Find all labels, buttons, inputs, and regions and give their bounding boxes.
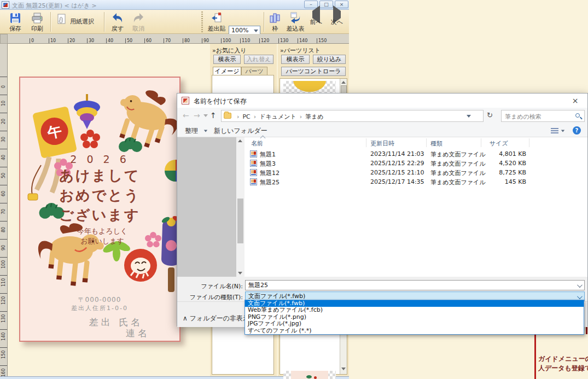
file-row[interactable]: 無題3 2025/12/15 22:29 筆まめ文面ファイル 4,520 KB (244, 159, 587, 168)
plum-blossom-red: * (80, 130, 100, 149)
ruler-number: 20 (68, 38, 87, 44)
bars-icon (269, 11, 282, 25)
filetype-option[interactable]: 文面ファイル(*.fwb) (245, 300, 584, 307)
chevron-down-icon (254, 30, 258, 32)
prev-button[interactable]: 前へ (307, 11, 325, 33)
main-toolbar: 保存 印刷 用紙選択 戻す (0, 10, 349, 34)
file-row[interactable]: 無題1 2023/11/14 21:03 筆まめ文面ファイル 4,801 KB (244, 149, 587, 159)
file-row[interactable]: 無題25 2025/12/17 14:35 筆まめ文面ファイル 145 KB (244, 177, 587, 186)
help-icon[interactable]: ? (573, 126, 581, 135)
organize-button[interactable]: 整理 (185, 126, 198, 136)
parts-horizontal-view-button[interactable]: 横表示 (281, 55, 310, 64)
card-year: 2 0 2 6 (20, 153, 179, 165)
up-icon[interactable]: ↑ (210, 111, 217, 120)
ruler-number: 80 (0, 221, 8, 239)
save-button[interactable]: 保存 (5, 11, 25, 33)
new-folder-button[interactable]: 新しいフォルダー (214, 126, 267, 136)
print-button[interactable]: 印刷 (27, 11, 47, 33)
paper-select-button[interactable]: 用紙選択 (55, 11, 102, 33)
favorites-swap-button[interactable]: 入れ替え (244, 55, 273, 64)
file-name: 無題12 (260, 169, 280, 177)
file-date: 2025/12/15 22:29 (370, 160, 424, 167)
breadcrumb-item[interactable]: ドキュメント (258, 112, 298, 121)
chevron-down-icon (577, 294, 583, 299)
dialog-icon (182, 97, 189, 104)
file-name: 無題25 (260, 178, 280, 186)
parts-filter-button[interactable]: 絞り込み (313, 55, 346, 64)
view-mode-chevron-icon[interactable] (561, 130, 564, 132)
back-icon[interactable]: ← (183, 111, 189, 120)
frame-button[interactable]: 枠 (267, 11, 283, 33)
column-header-name[interactable]: 名前 (251, 139, 263, 148)
column-header-date[interactable]: 更新日時 (370, 139, 394, 148)
filetype-label: ファイルの種類(T): (180, 293, 243, 301)
view-mode-icon[interactable] (551, 128, 558, 133)
column-header-type[interactable]: 種類 (430, 139, 443, 148)
guide-text: ガイドメニューの「差出 人データも登録できま (538, 354, 588, 373)
filetype-option[interactable]: Web筆まめファイル(*.fcb) (245, 307, 584, 313)
parts-controller-button[interactable]: パーツコントローラ (281, 67, 346, 76)
scroll-down-icon[interactable] (341, 368, 346, 370)
ruler-number: 30 (87, 38, 106, 44)
history-chevron-icon[interactable] (203, 114, 208, 117)
address-chevron-icon[interactable] (467, 115, 471, 118)
sender-paste-button[interactable]: 差出貼 (205, 11, 228, 33)
app-icon (2, 1, 9, 9)
card-sender-address: 差出人住所1-0-0 (20, 304, 179, 312)
ruler-corner (0, 34, 8, 44)
ruler-number: 0 (30, 38, 49, 44)
vertical-ruler: 0102030405060708090100110120130140150160 (0, 44, 8, 376)
greeting-card[interactable]: 午 (19, 77, 181, 342)
fudemame-file-icon (250, 150, 257, 158)
screen: ガイドメニューの「差出 人データも登録できま 文面 無題25(更新) < はがき… (0, 0, 588, 379)
parts-item-thumbnail[interactable] (283, 371, 336, 379)
daruma-illustration (123, 247, 158, 283)
maximize-button[interactable]: □ (319, 1, 333, 8)
filename-input[interactable]: 無題25 (245, 280, 585, 290)
parts-panel-title: »パーツリスト (280, 46, 321, 55)
nav-pane-scrollbar[interactable] (236, 137, 244, 277)
redo-button[interactable]: 取消 (129, 11, 148, 33)
merge-table-icon (289, 11, 302, 25)
scroll-up-icon[interactable] (238, 139, 242, 142)
undo-button[interactable]: 戻す (108, 11, 127, 33)
next-button[interactable]: 次へ (328, 11, 346, 33)
ruler-number: 150 (0, 347, 8, 365)
ruler-number: 150 (317, 38, 336, 44)
search-box[interactable]: 筆まめの検索 (501, 110, 585, 122)
merge-table-button[interactable]: 差込表 (284, 11, 306, 33)
breadcrumb-item[interactable]: 筆まめ (304, 112, 325, 121)
guide-box-right-border (586, 326, 587, 334)
tab-parts[interactable]: パーツ (241, 67, 267, 75)
dialog-nav-pane (177, 137, 236, 277)
toolbar-separator (264, 12, 264, 32)
scrollbar-thumb[interactable] (237, 199, 243, 243)
ruler-number: 100 (0, 257, 8, 275)
file-rows: 無題1 2023/11/14 21:03 筆まめ文面ファイル 4,801 KB … (244, 149, 587, 186)
column-header-size[interactable]: サイズ (490, 139, 508, 148)
refresh-icon[interactable]: ↻ (487, 111, 493, 119)
scroll-up-icon[interactable] (341, 81, 346, 84)
folder-icon (224, 113, 231, 119)
tab-image[interactable]: イメージ (213, 67, 241, 75)
guide-text-line1: ガイドメニューの「差出 (538, 354, 588, 364)
scroll-down-icon[interactable] (238, 272, 242, 275)
favorites-horizontal-view-button[interactable]: 横表示 (213, 55, 241, 64)
hide-folders-button[interactable]: ∧ フォルダーの非表示 (183, 314, 249, 323)
file-row[interactable]: 無題12 2025/12/15 21:10 筆まめ文面ファイル 8,725 KB (244, 168, 587, 177)
chevron-up-icon: ∧ (183, 314, 188, 322)
breadcrumb-item[interactable]: PC (241, 113, 251, 121)
filetype-option[interactable]: JPGファイル(*.jpg) (245, 320, 584, 327)
floppy-icon (9, 11, 22, 25)
ruler-number: 140 (0, 329, 8, 347)
filetype-option[interactable]: すべてのファイル (*.*) (245, 328, 584, 334)
dialog-command-bar: 整理 新しいフォルダー ? (177, 124, 587, 137)
ruler-number: 120 (259, 38, 278, 44)
dialog-close-button[interactable]: × (563, 94, 587, 108)
ruler-number: 110 (240, 38, 259, 44)
file-size: 4,520 KB (474, 160, 526, 167)
favorites-panel-title: »お気に入り (212, 46, 247, 55)
forward-icon[interactable]: → (194, 111, 200, 120)
filetype-option[interactable]: PNGファイル(*.png) (245, 314, 584, 320)
address-bar[interactable]: ›PC›ドキュメント›筆まめ (221, 110, 484, 122)
